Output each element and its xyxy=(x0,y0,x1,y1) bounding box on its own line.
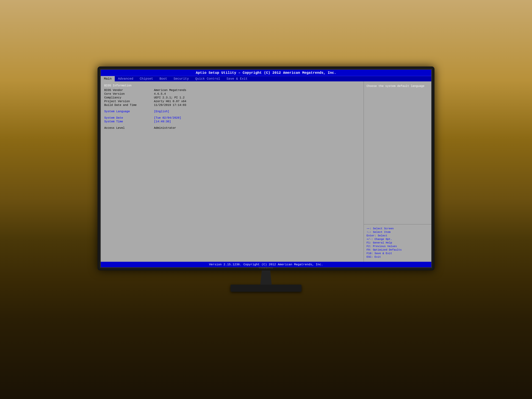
core-version-row: Core Version 4.6.5.4 xyxy=(104,92,360,95)
key-hint-f9: F9: Optimized Defaults xyxy=(367,248,429,252)
keys-area: →←: Select Screen ↑↓: Select Item Enter:… xyxy=(364,224,431,262)
monitor-bezel: Aptio Setup Utility – Copyright (C) 2012… xyxy=(98,66,434,270)
key-hint-f2: F2: Previous Values xyxy=(367,245,429,248)
monitor-neck xyxy=(259,270,273,285)
bios-menu-bar: Main Advanced Chipset Boot Security Quic… xyxy=(101,76,431,81)
build-date-row: Build Date and Time 11/29/2019 17:14:03 xyxy=(104,104,360,107)
access-level-label: Access Level xyxy=(104,127,154,130)
system-date-label: System Date xyxy=(104,116,154,120)
bios-vendor-label: BIOS Vendor xyxy=(104,89,154,92)
key-hint-select-item: ↑↓: Select Item xyxy=(367,231,429,234)
bios-right-panel: Choose the system default language →←: S… xyxy=(364,81,431,262)
help-text: Choose the system default language xyxy=(367,84,429,88)
key-hint-enter: Enter: Select xyxy=(367,234,429,237)
system-time-value: [14:49:30] xyxy=(154,120,171,123)
bios-info-heading: BIOS Information xyxy=(104,84,360,87)
access-level-row: Access Level Administrator xyxy=(104,127,360,130)
spacer-1 xyxy=(104,107,360,110)
compliancy-value: UEFI 2.3.1; PI 1.2 xyxy=(154,96,185,99)
monitor-container: Aptio Setup Utility – Copyright (C) 2012… xyxy=(89,66,443,315)
monitor-base xyxy=(231,285,301,292)
build-date-label: Build Date and Time xyxy=(104,104,154,107)
bios-content-area: BIOS Information BIOS Vendor American Me… xyxy=(101,81,431,262)
menu-item-chipset[interactable]: Chipset xyxy=(137,76,156,81)
key-hint-f10: F10: Save & Exit xyxy=(367,252,429,255)
bios-vendor-row: BIOS Vendor American Megatrends xyxy=(104,89,360,92)
bios-screen: Aptio Setup Utility – Copyright (C) 2012… xyxy=(100,69,432,268)
compliancy-label: Compliancy xyxy=(104,96,154,99)
compliancy-row: Compliancy UEFI 2.3.1; PI 1.2 xyxy=(104,96,360,99)
status-bar-text: Version 2.15.1236. Copyright (C) 2012 Am… xyxy=(209,263,323,266)
menu-item-save-exit[interactable]: Save & Exit xyxy=(223,76,251,81)
project-version-row: Project Version Azerty H61 0.07 x64 xyxy=(104,100,360,103)
menu-item-main[interactable]: Main xyxy=(101,76,115,81)
project-version-value: Azerty H61 0.07 x64 xyxy=(154,100,186,103)
system-time-row[interactable]: System Time [14:49:30] xyxy=(104,120,360,123)
bios-title-bar: Aptio Setup Utility – Copyright (C) 2012… xyxy=(101,70,431,76)
spacer-2 xyxy=(104,114,360,116)
system-date-value: [Tue 02/04/2020] xyxy=(154,116,181,120)
access-level-value: Administrator xyxy=(154,127,176,130)
project-version-label: Project Version xyxy=(104,100,154,103)
key-hint-esc: ESC: Exit xyxy=(367,255,429,259)
menu-item-security[interactable]: Security xyxy=(170,76,192,81)
bios-left-panel: BIOS Information BIOS Vendor American Me… xyxy=(101,81,364,262)
spacer-3 xyxy=(104,124,360,127)
menu-item-boot[interactable]: Boot xyxy=(156,76,170,81)
key-hint-f1: F1: General Help xyxy=(367,241,429,244)
build-date-value: 11/29/2019 17:14:03 xyxy=(154,104,186,107)
bios-vendor-value: American Megatrends xyxy=(154,89,186,92)
system-language-row[interactable]: System Language [English] xyxy=(104,110,360,113)
menu-item-quick-control[interactable]: Quick Control xyxy=(192,76,223,81)
core-version-value: 4.6.5.4 xyxy=(154,92,166,95)
key-hint-select-screen: →←: Select Screen xyxy=(367,227,429,230)
bios-title-text: Aptio Setup Utility – Copyright (C) 2012… xyxy=(196,71,336,75)
system-language-value: [English] xyxy=(154,110,169,113)
core-version-label: Core Version xyxy=(104,92,154,95)
help-text-area: Choose the system default language xyxy=(364,81,431,224)
menu-item-advanced[interactable]: Advanced xyxy=(115,76,136,81)
monitor-brand-label: ViewSonic xyxy=(259,266,273,269)
system-language-label: System Language xyxy=(104,110,154,113)
key-hint-change-opt: +/-: Change Opt. xyxy=(367,238,429,241)
system-date-row[interactable]: System Date [Tue 02/04/2020] xyxy=(104,116,360,120)
system-time-label: System Time xyxy=(104,120,154,123)
